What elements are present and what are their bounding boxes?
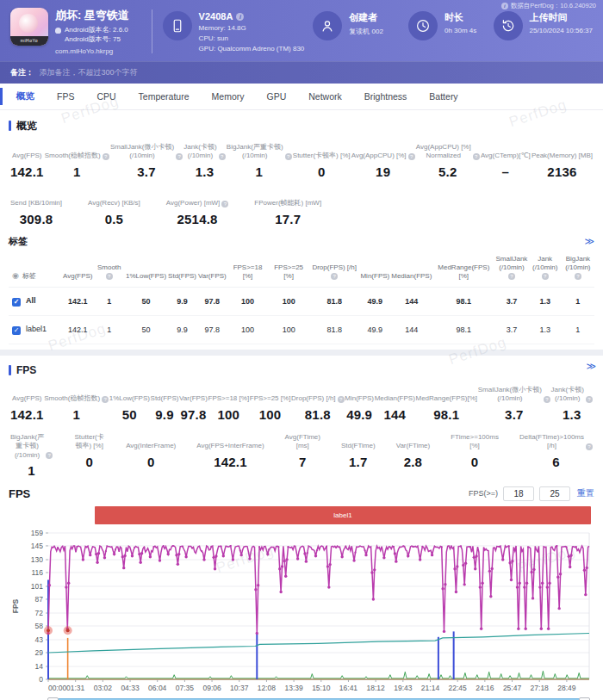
tab-FPS[interactable]: FPS — [46, 84, 85, 108]
svg-text:16:41: 16:41 — [339, 684, 358, 692]
svg-text:58: 58 — [35, 622, 44, 630]
column-header: FPS>=18 [%] — [227, 250, 269, 288]
cell-value: 81.8 — [309, 315, 360, 344]
column-header: MedRange(FPS)[%] — [432, 250, 494, 288]
info-icon[interactable]: ? — [221, 201, 228, 208]
upload-value: 25/10/2024 10:56:37 — [530, 27, 593, 34]
cell-value: 1 — [94, 287, 125, 315]
tab-概览[interactable]: 概览 — [5, 84, 46, 109]
fps-metrics-row1: Avg(FPS)142.1Smooth(稳帧指数)?11%Low(FPS)50S… — [9, 380, 594, 427]
metric-value: 100 — [250, 407, 291, 422]
info-icon[interactable]: ? — [508, 273, 515, 280]
collapse-icon[interactable]: ≫ — [586, 361, 596, 372]
metric-value: 50 — [109, 407, 150, 422]
svg-text:0: 0 — [39, 675, 43, 684]
metric-value: 100 — [208, 407, 250, 422]
label1-band[interactable]: label1 — [95, 506, 591, 524]
metric-value: 0 — [293, 164, 351, 179]
metric-value: 309.8 — [10, 212, 62, 226]
visibility-icon[interactable]: ◉ — [12, 271, 19, 280]
metric: Avg(AppCPU) [%]?19 — [351, 143, 415, 179]
reset-link[interactable]: 重置 — [577, 487, 594, 499]
svg-text:22:45: 22:45 — [449, 684, 468, 692]
info-icon[interactable]: ? — [473, 153, 480, 160]
column-header: Var(FPS) — [197, 250, 227, 288]
metric: Avg(FTime) [ms]7 — [285, 433, 320, 478]
svg-text:01:31: 01:31 — [66, 684, 85, 692]
info-icon[interactable]: ? — [176, 153, 183, 160]
info-icon[interactable]: ? — [408, 153, 415, 160]
cell-value: 144 — [390, 287, 432, 315]
svg-text:25:47: 25:47 — [503, 684, 522, 692]
svg-text:03:02: 03:02 — [94, 684, 113, 692]
tab-Battery[interactable]: Battery — [418, 84, 469, 108]
metric: Avg(CTemp)[℃]– — [481, 143, 531, 179]
column-header: Std(FPS) — [167, 250, 197, 288]
table-row[interactable]: ✓All142.11509.997.810010081.849.914498.1… — [9, 287, 594, 315]
android-version-code: Android版本号: 75 — [65, 35, 128, 45]
device-gpu: GPU: Qualcomm Adreno (TM) 830 — [199, 45, 305, 53]
fps-threshold-label: FPS(>=) — [469, 489, 498, 498]
info-icon[interactable]: ? — [586, 396, 593, 403]
row-checkbox[interactable]: ✓ — [12, 298, 21, 307]
metric-value: 17.7 — [254, 212, 321, 226]
svg-text:29: 29 — [35, 648, 44, 657]
metric-value: 0 — [126, 455, 176, 469]
note-input[interactable]: 备注： 添加备注，不超过300个字符 — [0, 61, 603, 84]
metric-value: 6 — [519, 455, 593, 469]
table-row[interactable]: ✓label1142.11509.997.810010081.849.91449… — [9, 315, 594, 344]
info-icon[interactable]: i — [236, 13, 244, 21]
metric: Avg(Recv) [KB/s]0.5 — [88, 190, 140, 226]
info-icon[interactable]: ? — [586, 443, 593, 450]
tab-Memory[interactable]: Memory — [201, 84, 256, 108]
device-cpu: CPU: sun — [199, 34, 305, 42]
metric: Drop(FPS) [/h]?81.8 — [291, 386, 345, 422]
row-checkbox[interactable]: ✓ — [12, 326, 21, 335]
info-icon[interactable]: ? — [106, 273, 113, 280]
metric-value: 19 — [351, 164, 415, 179]
device-name: V2408A — [199, 11, 233, 22]
metric: Avg(FPS)142.1 — [10, 143, 44, 179]
fps-chart[interactable]: 014294358728710111613014515900:0001:3103… — [9, 528, 594, 697]
fps-section: ≫ FPS Avg(FPS)142.1Smooth(稳帧指数)?11%Low(F… — [0, 356, 603, 700]
cell-value: 142.1 — [62, 315, 94, 344]
metric-value: 97.8 — [179, 407, 208, 422]
metric-value: 9.9 — [151, 407, 179, 422]
metric-value: 144 — [375, 407, 415, 422]
tab-CPU[interactable]: CPU — [85, 84, 127, 108]
metric-value: 1 — [227, 164, 292, 179]
cell-value: 1 — [562, 287, 594, 315]
info-icon[interactable]: ? — [542, 273, 549, 280]
tab-Network[interactable]: Network — [297, 84, 353, 108]
fps-threshold-high-input[interactable] — [539, 486, 570, 501]
overview-section: 概览 Avg(FPS)142.1Smooth(稳帧指数)?1SmallJank(… — [0, 110, 603, 350]
info-icon[interactable]: ? — [331, 273, 338, 280]
fps-threshold-low-input[interactable] — [503, 486, 534, 501]
upload-label: 上传时间 — [530, 11, 593, 24]
metric-value: 142.1 — [10, 407, 44, 422]
info-icon[interactable]: ? — [46, 452, 53, 459]
package-name: com.miHoYo.hkrpg — [55, 47, 129, 55]
tab-Temperature[interactable]: Temperature — [127, 84, 201, 108]
creator-value: 复读机 002 — [349, 27, 383, 36]
svg-text:04:33: 04:33 — [121, 684, 140, 692]
tab-GPU[interactable]: GPU — [255, 84, 297, 108]
tab-Brightness[interactable]: Brightness — [353, 84, 419, 108]
collapse-icon[interactable]: ≫ — [584, 236, 594, 247]
metric-value: 5.2 — [416, 164, 480, 179]
info-icon[interactable]: ? — [575, 273, 581, 280]
metric: Stutter(卡顿率) [%]0 — [293, 143, 351, 179]
creator-label: 创建者 — [349, 11, 383, 24]
info-icon[interactable]: ? — [544, 396, 550, 403]
info-icon[interactable]: ? — [338, 396, 345, 403]
fps-metrics-row2: BigJank(严重卡顿) (/10min)?1Stutter(卡顿率) [%]… — [9, 427, 594, 483]
info-icon[interactable]: ? — [219, 153, 226, 160]
labels-table-title: 标签 — [9, 235, 28, 248]
metric: Median(FPS)144 — [375, 386, 415, 422]
info-icon[interactable]: ? — [285, 153, 292, 160]
cell-value: 100 — [227, 287, 269, 315]
svg-text:10:37: 10:37 — [230, 684, 249, 692]
duration-label: 时长 — [444, 11, 476, 24]
info-icon[interactable]: ? — [103, 153, 109, 160]
info-icon[interactable]: ? — [102, 396, 109, 403]
